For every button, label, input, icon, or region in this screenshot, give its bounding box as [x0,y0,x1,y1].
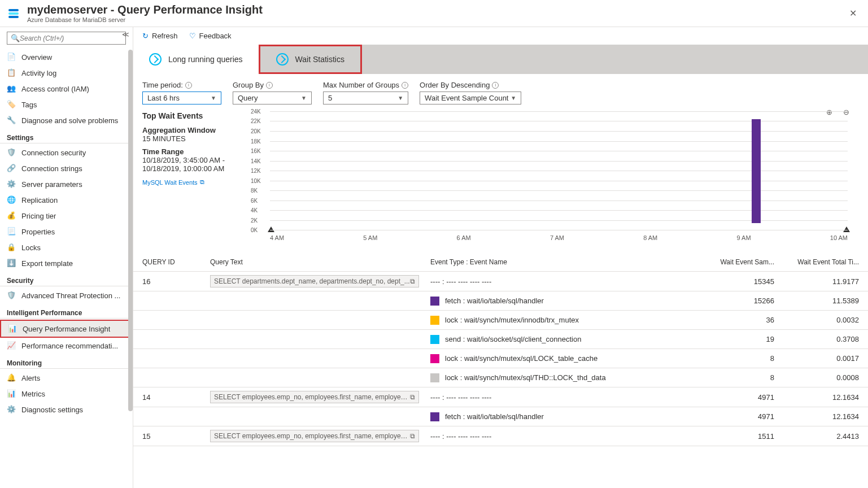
sidebar-item[interactable]: ⬇️Export template [0,255,133,271]
color-swatch [430,335,439,344]
svg-rect-2 [8,16,19,18]
sidebar-item[interactable]: 🔧Diagnose and solve problems [0,112,133,128]
feedback-button[interactable]: ♡ Feedback [189,32,232,40]
filters-row: Time period:i Last 6 hrs▼ Group Byi Quer… [133,74,868,111]
sidebar-item[interactable]: 🛡️Connection security [0,145,133,160]
sidebar-item[interactable]: 📈Performance recommendati... [0,338,133,354]
page-header: mydemoserver - Query Performance Insight… [0,0,868,27]
sidebar-item-label: Query Performance Insight [23,325,110,333]
sidebar-item-label: Connection security [21,149,86,157]
order-by-dropdown[interactable]: Wait Event Sample Count▼ [420,91,521,104]
time-range-label: Time Range [142,147,238,156]
table-row[interactable]: fetch : wait/io/table/sql/handler 15266 … [133,291,868,311]
sidebar-section-title: Settings [0,128,133,143]
sidebar-item[interactable]: ⚙️Diagnostic settings [0,402,133,417]
sidebar-item[interactable]: 🌐Replication [0,192,133,208]
col-sample[interactable]: Wait Event Sam... [690,258,774,266]
nav-icon: 🔧 [7,116,16,125]
col-query-text[interactable]: Query Text [210,258,430,266]
results-table: QUERY ID Query Text Event Type : Event N… [133,252,868,446]
table-row[interactable]: lock : wait/synch/mutex/innodb/trx_mutex… [133,311,868,330]
search-input[interactable] [20,34,122,42]
sidebar-item[interactable]: 🏷️Tags [0,97,133,112]
sidebar-item[interactable]: 💰Pricing tier [0,208,133,224]
table-row[interactable]: lock : wait/synch/mutex/sql/LOCK_table_c… [133,349,868,368]
nav-icon: 📊 [7,389,16,398]
nav-icon: 🔒 [7,243,16,252]
gridline [270,201,848,201]
cell-query-id: 14 [142,393,210,402]
query-text-box[interactable]: SELECT departments.dept_name, department… [210,275,419,287]
cell-total: 11.9177 [774,277,859,286]
group-by-dropdown[interactable]: Query▼ [233,91,312,104]
chart-bar[interactable] [752,119,761,223]
sidebar-item[interactable]: ⚙️Server parameters [0,176,133,192]
max-groups-dropdown[interactable]: 5▼ [323,91,408,104]
clock-icon [149,53,162,66]
table-row[interactable]: 15 SELECT employees.emp_no, employees.fi… [133,426,868,446]
sidebar-item[interactable]: 🔔Alerts [0,370,133,386]
table-row[interactable]: 14 SELECT employees.emp_no, employees.fi… [133,387,868,407]
sidebar-item[interactable]: 📊Metrics [0,386,133,402]
gridline [270,111,848,112]
sidebar: ≪ 🔍 📄Overview📋Activity log👥Access contro… [0,27,133,488]
info-icon[interactable]: i [266,82,273,89]
sidebar-search[interactable]: 🔍 [7,32,126,45]
sidebar-item-label: Performance recommendati... [21,342,118,350]
table-row[interactable]: lock : wait/synch/mutex/sql/THD::LOCK_th… [133,368,868,387]
sidebar-scrollbar[interactable] [128,50,133,411]
cell-event: lock : wait/synch/mutex/innodb/trx_mutex [430,316,690,325]
sidebar-item-label: Properties [21,228,55,236]
info-icon[interactable]: i [185,82,192,89]
chevron-down-icon: ▼ [211,95,216,101]
info-icon[interactable]: i [492,82,499,89]
range-handle-left[interactable] [268,226,274,232]
sidebar-item-label: Pricing tier [21,212,56,220]
cell-total: 0.0008 [774,373,859,382]
sidebar-item[interactable]: 📊Query Performance Insight [0,320,133,338]
sidebar-item[interactable]: 📋Activity log [0,65,133,81]
time-period-dropdown[interactable]: Last 6 hrs▼ [142,91,221,104]
sidebar-item[interactable]: 📃Properties [0,224,133,239]
copy-icon[interactable]: ⧉ [410,277,415,285]
nav-icon: 📃 [7,227,16,236]
col-event[interactable]: Event Type : Event Name [430,258,690,266]
query-text-box[interactable]: SELECT employees.emp_no, employees.first… [210,430,419,442]
info-icon[interactable]: i [402,82,408,89]
refresh-button[interactable]: ↻ Refresh [142,32,178,40]
sidebar-item[interactable]: 🔗Connection strings [0,160,133,176]
time-period-label: Time period: [142,81,183,89]
sidebar-item[interactable]: 🛡️Advanced Threat Protection ... [0,287,133,303]
col-query-id[interactable]: QUERY ID [142,258,210,266]
copy-icon[interactable]: ⧉ [410,432,415,440]
copy-icon[interactable]: ⧉ [410,393,415,401]
cell-event: send : wait/io/socket/sql/client_connect… [430,335,690,344]
table-row[interactable]: 16 SELECT departments.dept_name, departm… [133,272,868,291]
cell-total: 2.4413 [774,432,859,441]
section-title: Top Wait Events [142,111,238,120]
gridline [270,190,848,191]
sidebar-item-label: Metrics [21,390,45,398]
cell-total: 11.5389 [774,297,859,305]
cell-total: 0.0017 [774,354,859,363]
tab-wait-statistics[interactable]: Wait Statistics [259,45,362,74]
col-total[interactable]: Wait Event Total Ti... [774,258,859,266]
sidebar-item[interactable]: 📄Overview [0,49,133,65]
sidebar-item-label: Export template [21,259,73,268]
query-text-box[interactable]: SELECT employees.emp_no, employees.first… [210,391,419,403]
cell-sample: 19 [690,335,774,343]
collapse-sidebar-icon[interactable]: ≪ [122,30,129,38]
y-tick-label: 12K [251,168,261,174]
sidebar-item[interactable]: 👥Access control (IAM) [0,81,133,97]
tab-long-running-queries[interactable]: Long running queries [133,45,259,74]
sidebar-item[interactable]: 🔒Locks [0,239,133,255]
close-button[interactable]: ✕ [845,6,861,21]
chart-meta: Top Wait Events Aggregation Window 15 MI… [142,111,238,230]
mysql-wait-events-link[interactable]: MySQL Wait Events ⧉ [142,178,204,186]
svg-rect-0 [8,9,19,11]
table-row[interactable]: fetch : wait/io/table/sql/handler 4971 1… [133,407,868,426]
cell-total: 0.0032 [774,316,859,324]
range-handle-right[interactable] [843,226,850,232]
table-row[interactable]: send : wait/io/socket/sql/client_connect… [133,330,868,349]
y-tick-label: 0K [251,227,258,233]
